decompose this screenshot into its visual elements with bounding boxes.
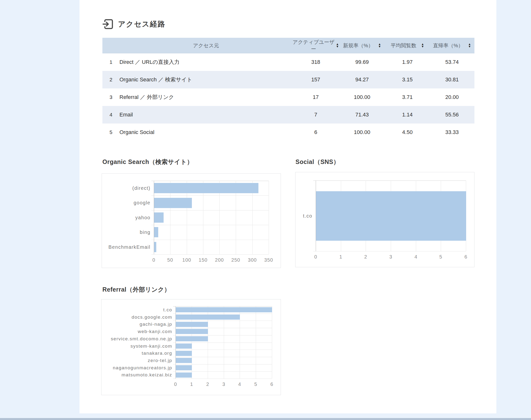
social-chart-title: Social（SNS） bbox=[296, 158, 340, 166]
axis-tick-label: 250 bbox=[231, 257, 240, 263]
grid-line bbox=[173, 335, 272, 335]
new-rate-cell: 100.00 bbox=[339, 123, 385, 141]
axis-tick-label: 0 bbox=[152, 257, 155, 263]
bounce-rate-cell: 30.81 bbox=[430, 71, 474, 89]
axis-tick-label: 5 bbox=[439, 254, 442, 260]
axis-tick-label: 200 bbox=[215, 257, 224, 263]
rank-cell: 4 bbox=[102, 106, 120, 123]
social-chart: 0123456t.co bbox=[295, 172, 474, 267]
bounce-rate-cell: 20.00 bbox=[430, 89, 474, 106]
sort-icon[interactable]: ▲▼ bbox=[336, 43, 339, 48]
category-label: web-kanji.com bbox=[101, 328, 172, 335]
rank-cell: 3 bbox=[102, 89, 120, 106]
axis-tick-label: 0 bbox=[174, 381, 177, 387]
axis-tick-label: 2 bbox=[206, 381, 209, 387]
grid-line bbox=[173, 321, 272, 321]
header-source-label: アクセス元 bbox=[193, 42, 219, 49]
table-row: 2 Organic Search ／ 検索サイト 157 94.27 3.15 … bbox=[102, 71, 474, 89]
source-cell: Referral ／ 外部リンク bbox=[120, 89, 293, 106]
bounce-rate-cell: 53.74 bbox=[430, 53, 474, 71]
access-route-table: アクセス元 アクティブユーザー▲▼ 新規率（%）▲▼ 平均閲覧数▲▼ 直帰率（%… bbox=[102, 38, 474, 141]
rank-cell: 1 bbox=[102, 53, 120, 71]
header-active-users-label: アクティブユーザー bbox=[293, 39, 334, 52]
header-bounce-rate-label: 直帰率（%） bbox=[433, 42, 463, 49]
category-label: BenchmarkEmail bbox=[102, 240, 150, 254]
active-users-cell: 318 bbox=[293, 53, 339, 71]
bottom-strip bbox=[0, 418, 531, 420]
axis-tick-label: 0 bbox=[314, 254, 317, 260]
category-label: zero-tel.jp bbox=[101, 357, 172, 364]
grid-line bbox=[173, 357, 272, 357]
category-label: service.smt.docomo.ne.jp bbox=[101, 335, 172, 343]
organic-search-chart: 050100150200250300350(direct)googleyahoo… bbox=[102, 173, 281, 268]
grid-line bbox=[173, 379, 272, 379]
category-label: bing bbox=[102, 225, 150, 240]
category-label: google bbox=[102, 195, 150, 210]
axis-tick-label: 1 bbox=[339, 254, 342, 260]
category-label: gachi-naga.jp bbox=[101, 321, 172, 328]
bar bbox=[316, 191, 466, 241]
grid-line bbox=[173, 314, 272, 314]
header-source: アクセス元 bbox=[120, 38, 293, 53]
bar bbox=[176, 322, 208, 327]
rank-cell: 5 bbox=[102, 123, 120, 141]
category-label: naganogunmacreators.jp bbox=[101, 364, 172, 372]
header-rank bbox=[102, 38, 120, 53]
new-rate-cell: 94.27 bbox=[339, 71, 385, 89]
table-row: 4 Email 7 71.43 1.14 55.56 bbox=[102, 106, 474, 123]
sort-icon[interactable]: ▲▼ bbox=[378, 43, 381, 48]
axis-tick-label: 3 bbox=[389, 254, 392, 260]
category-label: docs.google.com bbox=[101, 314, 172, 321]
rank-cell: 2 bbox=[102, 71, 120, 89]
header-active-users[interactable]: アクティブユーザー▲▼ bbox=[293, 38, 339, 53]
content-card: アクセス経路 アクセス元 アクティブユーザー▲▼ 新規率（%）▲▼ 平均閲覧数▲… bbox=[79, 0, 496, 413]
category-label: yahoo bbox=[102, 210, 150, 225]
axis-tick-label: 3 bbox=[222, 381, 225, 387]
axis-tick-label: 1 bbox=[190, 381, 193, 387]
category-label: (direct) bbox=[102, 181, 150, 195]
bar bbox=[176, 336, 208, 341]
grid-line bbox=[151, 254, 269, 255]
avg-views-cell: 1.97 bbox=[385, 53, 430, 71]
avg-views-cell: 3.15 bbox=[385, 71, 430, 89]
grid-line bbox=[173, 364, 272, 364]
category-label: t.co bbox=[101, 306, 172, 314]
bar bbox=[176, 351, 192, 356]
avg-views-cell: 3.71 bbox=[385, 89, 430, 106]
axis-tick-label: 300 bbox=[248, 257, 257, 263]
grid-line bbox=[256, 306, 256, 379]
axis-tick-label: 4 bbox=[414, 254, 417, 260]
axis-tick-label: 350 bbox=[264, 257, 273, 263]
referral-chart: 0123456t.codocs.google.comgachi-naga.jpw… bbox=[101, 299, 281, 395]
referral-chart-title: Referral（外部リンク） bbox=[102, 285, 171, 294]
enter-arrow-icon bbox=[102, 18, 114, 30]
grid-line bbox=[313, 251, 466, 251]
section-header: アクセス経路 bbox=[102, 18, 166, 30]
new-rate-cell: 100.00 bbox=[339, 89, 385, 106]
new-rate-cell: 71.43 bbox=[339, 106, 385, 123]
active-users-cell: 6 bbox=[293, 123, 339, 141]
axis-tick-label: 5 bbox=[254, 381, 257, 387]
active-users-cell: 7 bbox=[293, 106, 339, 123]
table-row: 1 Direct ／ URLの直接入力 318 99.69 1.97 53.74 bbox=[102, 53, 474, 71]
sort-icon[interactable]: ▲▼ bbox=[421, 43, 424, 48]
grid-line bbox=[272, 306, 272, 379]
table-row: 5 Organic Social 6 100.00 4.50 33.33 bbox=[102, 123, 474, 141]
grid-line bbox=[151, 195, 269, 196]
bounce-rate-cell: 33.33 bbox=[430, 123, 474, 141]
organic-search-chart-title: Organic Search（検索サイト） bbox=[102, 158, 193, 166]
header-avg-views[interactable]: 平均閲覧数▲▼ bbox=[385, 38, 430, 53]
header-new-rate[interactable]: 新規率（%）▲▼ bbox=[339, 38, 385, 53]
bounce-rate-cell: 55.56 bbox=[430, 106, 474, 123]
category-label: tanakara.org bbox=[101, 350, 172, 357]
bar bbox=[154, 183, 258, 193]
category-label: t.co bbox=[296, 180, 312, 251]
header-bounce-rate[interactable]: 直帰率（%）▲▼ bbox=[430, 38, 474, 53]
source-cell: Organic Search ／ 検索サイト bbox=[120, 71, 293, 89]
avg-views-cell: 1.14 bbox=[385, 106, 430, 123]
sort-icon[interactable]: ▲▼ bbox=[468, 43, 471, 48]
bar bbox=[176, 358, 192, 363]
grid-line bbox=[313, 180, 466, 181]
axis-tick-label: 6 bbox=[465, 254, 467, 260]
header-new-rate-label: 新規率（%） bbox=[343, 42, 373, 49]
